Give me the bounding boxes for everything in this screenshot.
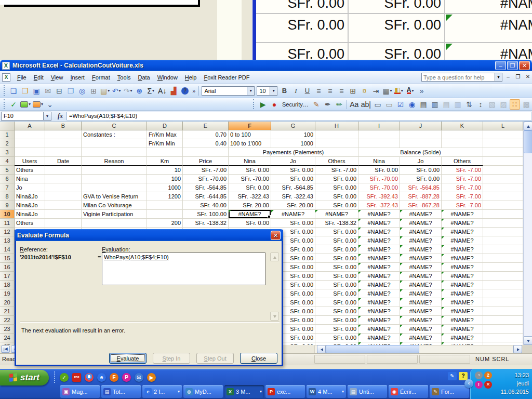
cell-J12[interactable]: #NAME? bbox=[400, 228, 442, 236]
cell-A4[interactable]: Users bbox=[15, 157, 45, 166]
cell-K11[interactable]: #NAME? bbox=[442, 219, 483, 228]
cell-I11[interactable]: #NAME? bbox=[358, 219, 400, 228]
cell-D10[interactable] bbox=[147, 210, 183, 219]
cell-H2[interactable] bbox=[315, 139, 358, 148]
cell-L9[interactable] bbox=[483, 201, 523, 210]
checkbox-tool-icon[interactable]: ☑ bbox=[395, 99, 406, 110]
merge-center-icon[interactable]: ⊞ bbox=[348, 86, 358, 96]
cell-H4[interactable]: Others bbox=[315, 157, 358, 166]
cell-K17[interactable]: #NAME? bbox=[442, 272, 483, 281]
cell-J23[interactable]: #NAME? bbox=[400, 325, 442, 334]
cell-B11[interactable] bbox=[45, 219, 82, 228]
align-right-icon[interactable]: ≡ bbox=[336, 86, 347, 96]
cell-G8[interactable]: SFr. -322.43 bbox=[271, 192, 315, 201]
cell-C7[interactable] bbox=[82, 183, 147, 192]
cell-L23[interactable] bbox=[483, 325, 523, 334]
picasa-icon[interactable]: P bbox=[122, 373, 131, 382]
underline-button[interactable]: U bbox=[302, 86, 312, 96]
cell-B10[interactable] bbox=[45, 210, 82, 219]
media-player-icon[interactable]: ▶ bbox=[147, 373, 156, 382]
align-left-icon[interactable]: ≡ bbox=[313, 86, 324, 96]
keyboard-layout-icon[interactable]: 2 bbox=[484, 371, 492, 379]
start-button[interactable]: start bbox=[0, 370, 49, 385]
toolbar-options-icon[interactable]: » bbox=[417, 86, 427, 96]
security-shield-icon[interactable]: ✓ bbox=[60, 373, 69, 382]
question-dropdown-icon[interactable]: ▾ bbox=[495, 73, 502, 82]
cell-A8[interactable]: Nina&Jo bbox=[15, 192, 45, 201]
more-controls-icon[interactable]: ∷ bbox=[510, 99, 520, 110]
row-header-17[interactable]: 17 bbox=[0, 272, 15, 281]
undo-icon[interactable]: ↶▾ bbox=[111, 86, 122, 96]
cell-A1[interactable] bbox=[15, 130, 45, 139]
font-tool-icon[interactable]: Aa bbox=[349, 99, 360, 110]
taskbar-button-2-i[interactable]: e2 I...▾ bbox=[142, 385, 182, 398]
cell-L2[interactable] bbox=[483, 139, 523, 148]
cell-I24[interactable]: #NAME? bbox=[358, 334, 400, 342]
font-size-dropdown-icon[interactable]: ▾ bbox=[270, 87, 277, 95]
cell-E4[interactable]: Price bbox=[183, 157, 229, 166]
cell-B9[interactable] bbox=[45, 201, 82, 210]
column-header-g[interactable]: G bbox=[271, 122, 315, 130]
cell-E7[interactable]: SFr. -564.85 bbox=[183, 183, 229, 192]
cell-J7[interactable]: SFr. -564.85 bbox=[400, 183, 442, 192]
cell-K12[interactable]: #NAME? bbox=[442, 228, 483, 236]
cell-L10[interactable] bbox=[483, 210, 523, 219]
firefox-icon[interactable]: F bbox=[110, 373, 118, 382]
cell-D4[interactable]: Km bbox=[147, 157, 183, 166]
spinbutton-tool-icon[interactable]: ⇅ bbox=[464, 99, 474, 110]
insert-function-icon[interactable]: fx bbox=[55, 112, 66, 120]
highlight-green-icon[interactable]: ▾ bbox=[20, 99, 31, 110]
taskbar-button-unti[interactable]: ▤Unti... bbox=[348, 385, 387, 398]
cell-F6[interactable]: SFr. -70.00 bbox=[229, 175, 271, 183]
label-tool-icon[interactable]: ab| bbox=[361, 99, 371, 110]
cell-H14[interactable]: SFr. 0.00 bbox=[315, 245, 358, 254]
new-file-icon[interactable]: ❏ bbox=[8, 86, 19, 96]
cell-L16[interactable] bbox=[483, 263, 523, 272]
cell-D3[interactable] bbox=[147, 148, 183, 157]
cell-K2[interactable] bbox=[442, 139, 483, 148]
cell-I20[interactable]: #NAME? bbox=[358, 298, 400, 307]
cell-F9[interactable]: SFr. 20.00 bbox=[229, 201, 271, 210]
combobox-tool-icon[interactable]: ▥ bbox=[430, 99, 440, 110]
menu-file[interactable]: File bbox=[14, 73, 30, 82]
cell-H5[interactable]: SFr. -7.00 bbox=[315, 166, 358, 175]
row-header-18[interactable]: 18 bbox=[0, 281, 15, 289]
dialog-title-bar[interactable]: Evaluate Formula ✕ bbox=[15, 229, 283, 241]
close-dialog-button[interactable]: Close bbox=[240, 353, 277, 364]
row-header-15[interactable]: 15 bbox=[0, 254, 15, 263]
vertical-scroll-thumb[interactable] bbox=[524, 130, 532, 153]
taskbar-button-for[interactable]: ✎For... bbox=[430, 385, 469, 398]
cell-G11[interactable]: SFr. 0.00 bbox=[271, 219, 315, 228]
cell-K1[interactable] bbox=[442, 130, 483, 139]
workbook-close-icon[interactable]: ✕ bbox=[524, 73, 532, 81]
highlight-orange-icon[interactable]: ▾ bbox=[32, 99, 44, 110]
cell-J21[interactable]: #NAME? bbox=[400, 307, 442, 316]
toolbar-overflow-icon[interactable]: » bbox=[191, 88, 197, 94]
cell-F10[interactable]: #NAME? bbox=[229, 210, 271, 219]
cell-L13[interactable] bbox=[483, 236, 523, 245]
help-tray-icon[interactable]: ? bbox=[459, 372, 468, 380]
increase-indent-icon[interactable]: ⇥ bbox=[370, 86, 381, 96]
cell-L12[interactable] bbox=[483, 228, 523, 236]
taskbar-button-exc[interactable]: Pexc... bbox=[265, 385, 305, 398]
cell-K23[interactable]: #NAME? bbox=[442, 325, 483, 334]
cell-D1[interactable]: Fr/Km Max bbox=[147, 130, 183, 139]
toolbar-grip[interactable] bbox=[54, 371, 55, 383]
toolbar-grip[interactable] bbox=[4, 85, 6, 97]
cell-H23[interactable]: SFr. 0.00 bbox=[315, 325, 358, 334]
cell-D6[interactable]: 100 bbox=[147, 175, 183, 183]
row-header-4[interactable]: 4 bbox=[0, 157, 15, 166]
cell-K14[interactable]: #NAME? bbox=[442, 245, 483, 254]
row-header-21[interactable]: 21 bbox=[0, 307, 15, 316]
cell-L17[interactable] bbox=[483, 272, 523, 281]
record-macro-icon[interactable]: ● bbox=[269, 99, 280, 110]
row-header-6[interactable]: 6 bbox=[0, 175, 15, 183]
menu-view[interactable]: View bbox=[47, 73, 67, 82]
cell-D5[interactable]: 10 bbox=[147, 166, 183, 175]
column-header-h[interactable]: H bbox=[315, 122, 358, 130]
run-macro-icon[interactable]: ▶ bbox=[258, 99, 268, 110]
row-header-16[interactable]: 16 bbox=[0, 263, 15, 272]
row-header-11[interactable]: 11 bbox=[0, 219, 15, 228]
design-mode-icon[interactable]: ✎ bbox=[311, 99, 322, 110]
row-header-5[interactable]: 5 bbox=[0, 166, 15, 175]
